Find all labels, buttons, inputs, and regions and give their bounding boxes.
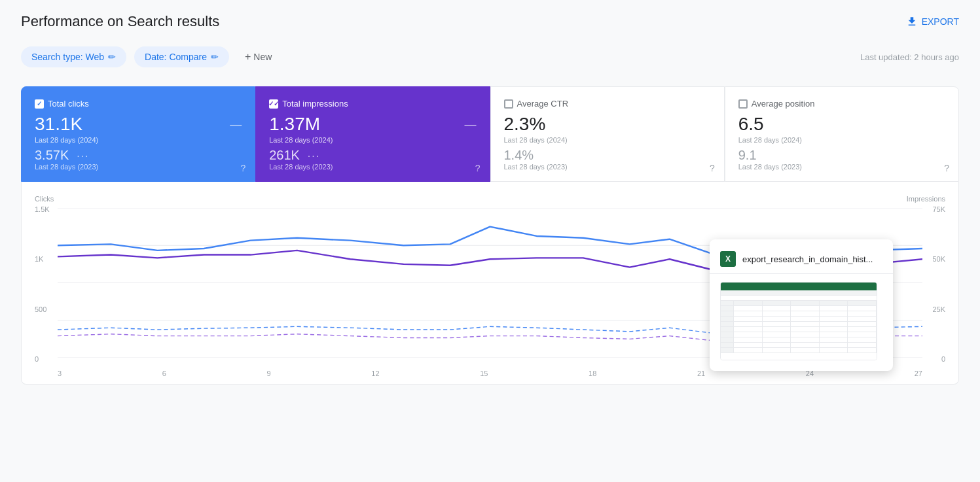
x-label-2: 6 xyxy=(162,370,166,377)
mini-row-9 xyxy=(721,348,877,353)
plus-icon: + xyxy=(245,51,251,63)
metric-card-avg-ctr[interactable]: Average CTR 2.3% Last 28 days (2024) 1.4… xyxy=(490,86,725,182)
x-label-6: 18 xyxy=(589,370,596,377)
help-icon-position[interactable]: ? xyxy=(944,163,949,173)
metric-value-impressions: 1.37M xyxy=(269,114,320,135)
help-icon-ctr[interactable]: ? xyxy=(710,163,715,173)
help-icon-clicks[interactable]: ? xyxy=(240,163,245,173)
date-filter[interactable]: Date: Compare ✏ xyxy=(134,46,229,67)
y-axis-title-left: Clicks xyxy=(35,195,54,203)
metric-period-clicks: Last 28 days (2024) xyxy=(35,136,242,144)
y-label-left-2: 1K xyxy=(35,255,50,263)
x-label-1: 3 xyxy=(58,370,62,377)
metric-value-row-impressions: 1.37M — xyxy=(269,114,476,135)
mini-row-1 xyxy=(721,306,877,311)
search-type-filter[interactable]: Search type: Web ✏ xyxy=(21,46,126,67)
export-thumbnail xyxy=(720,282,877,360)
new-label: New xyxy=(253,52,272,62)
mini-row-6 xyxy=(721,332,877,337)
metric-header-clicks: Total clicks xyxy=(35,99,242,109)
metric-compare-value-impressions: 261K xyxy=(269,148,300,162)
metric-card-total-clicks[interactable]: Total clicks 31.1K — Last 28 days (2024)… xyxy=(21,86,255,182)
metric-period-impressions: Last 28 days (2024) xyxy=(269,136,476,144)
page-container: Performance on Search results EXPORT Sea… xyxy=(0,0,980,482)
metric-checkbox-clicks[interactable] xyxy=(35,99,44,109)
metric-header-impressions: ✓ Total impressions xyxy=(269,99,476,109)
metric-value-ctr: 2.3% xyxy=(504,114,546,135)
export-button[interactable]: EXPORT xyxy=(906,16,959,27)
metric-label-clicks: Total clicks xyxy=(48,99,89,109)
metric-compare-period-clicks: Last 28 days (2023) xyxy=(35,163,242,171)
mini-row-4 xyxy=(721,322,877,327)
y-label-left-1: 1.5K xyxy=(35,205,50,213)
metric-header-ctr: Average CTR xyxy=(504,99,711,109)
y-labels-right: 75K 50K 25K 0 xyxy=(932,205,945,363)
y-axis-title-right: Impressions xyxy=(907,195,945,203)
metric-compare-position: 9.1 xyxy=(738,148,945,163)
metric-value-row-clicks: 31.1K — xyxy=(35,114,242,135)
metric-compare-value-position: 9.1 xyxy=(738,148,757,163)
download-icon xyxy=(906,16,918,27)
page-title: Performance on Search results xyxy=(21,13,219,30)
metric-value-position: 6.5 xyxy=(738,114,764,135)
metric-dots-clicks[interactable]: ··· xyxy=(77,150,89,162)
mini-row-2 xyxy=(721,311,877,317)
y-label-right-4: 0 xyxy=(941,355,945,363)
y-label-right-1: 75K xyxy=(932,205,945,213)
mini-row-5 xyxy=(721,327,877,332)
metric-compare-ctr: 1.4% xyxy=(504,148,711,163)
last-updated: Last updated: 2 hours ago xyxy=(860,52,959,62)
metric-compare-period-impressions: Last 28 days (2023) xyxy=(269,163,476,171)
excel-label: X xyxy=(725,254,731,264)
export-popup: X export_research_in_domain_hist... xyxy=(710,239,893,371)
y-label-right-2: 50K xyxy=(932,255,945,263)
mini-toolbar xyxy=(721,290,877,296)
search-type-label: Search type: Web xyxy=(31,52,104,62)
help-icon-impressions[interactable]: ? xyxy=(475,163,481,173)
metric-dash-clicks[interactable]: — xyxy=(230,118,242,131)
edit-icon-2: ✏ xyxy=(211,52,219,62)
x-label-3: 9 xyxy=(267,370,271,377)
metric-period-ctr: Last 28 days (2024) xyxy=(504,136,711,144)
export-label: EXPORT xyxy=(922,16,959,27)
metric-label-ctr: Average CTR xyxy=(517,99,569,109)
mini-grid xyxy=(721,301,877,353)
y-label-left-4: 0 xyxy=(35,355,50,363)
y-labels-left: 1.5K 1K 500 0 xyxy=(35,205,50,363)
metric-checkbox-impressions[interactable]: ✓ xyxy=(269,99,278,109)
export-filename: export_research_in_domain_hist... xyxy=(742,254,873,264)
export-popup-header: X export_research_in_domain_hist... xyxy=(710,245,893,274)
edit-icon: ✏ xyxy=(108,52,116,62)
metric-compare-value-ctr: 1.4% xyxy=(504,148,534,163)
metric-card-avg-position[interactable]: Average position 6.5 Last 28 days (2024)… xyxy=(725,86,959,182)
mini-header-row xyxy=(721,283,877,290)
new-filter-button[interactable]: + New xyxy=(237,46,280,68)
metric-dash-impressions[interactable]: — xyxy=(465,118,477,131)
mini-formula-bar xyxy=(721,296,877,301)
metric-value-clicks: 31.1K xyxy=(35,114,82,135)
metric-checkbox-position[interactable] xyxy=(738,99,748,109)
metric-compare-period-ctr: Last 28 days (2023) xyxy=(504,163,711,171)
mini-row-8 xyxy=(721,343,877,348)
metric-header-position: Average position xyxy=(738,99,945,109)
x-label-5: 15 xyxy=(480,370,488,377)
y-label-left-3: 500 xyxy=(35,305,50,313)
metric-compare-value-clicks: 3.57K xyxy=(35,148,69,162)
x-label-9: 27 xyxy=(915,370,922,377)
filter-bar: Search type: Web ✏ Date: Compare ✏ + New… xyxy=(21,46,959,68)
mini-row-7 xyxy=(721,337,877,343)
metric-label-impressions: Total impressions xyxy=(282,99,348,109)
metric-period-position: Last 28 days (2024) xyxy=(738,136,945,144)
x-label-4: 12 xyxy=(371,370,379,377)
metrics-row: Total clicks 31.1K — Last 28 days (2024)… xyxy=(21,86,959,182)
chart-container: Clicks Impressions 1.5K 1K 500 0 75K 50K… xyxy=(21,182,959,385)
metric-card-total-impressions[interactable]: ✓ Total impressions 1.37M — Last 28 days… xyxy=(255,86,490,182)
metric-dots-impressions[interactable]: ··· xyxy=(308,150,320,162)
page-header: Performance on Search results EXPORT xyxy=(21,13,959,30)
metric-checkbox-ctr[interactable] xyxy=(504,99,513,109)
metric-value-row-ctr: 2.3% xyxy=(504,114,711,135)
metric-label-position: Average position xyxy=(752,99,815,109)
mini-row-header xyxy=(721,301,877,306)
metric-value-row-position: 6.5 xyxy=(738,114,945,135)
mini-row-3 xyxy=(721,317,877,322)
